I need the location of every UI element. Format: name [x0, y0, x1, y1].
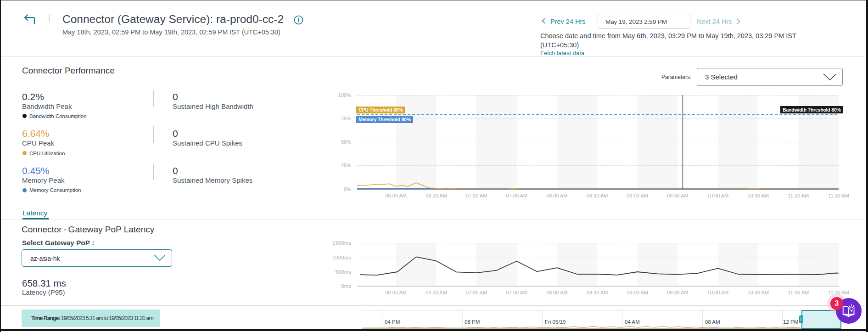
svg-text:50%: 50%	[341, 139, 351, 145]
svg-text:10:30 AM: 10:30 AM	[747, 290, 768, 295]
svg-text:10:00 AM: 10:00 AM	[707, 290, 728, 295]
svg-text:06:00 AM: 06:00 AM	[385, 290, 406, 295]
svg-text:09:30 AM: 09:30 AM	[667, 193, 688, 198]
svg-text:500ms: 500ms	[335, 269, 351, 275]
svg-text:75%: 75%	[341, 116, 351, 121]
svg-text:0%: 0%	[344, 186, 351, 192]
svg-text:11:30 AM: 11:30 AM	[828, 193, 849, 198]
svg-text:25%: 25%	[341, 163, 351, 168]
svg-text:06:30 AM: 06:30 AM	[426, 193, 447, 198]
svg-text:11:00 AM: 11:00 AM	[788, 193, 809, 198]
svg-text:08:00 AM: 08:00 AM	[546, 290, 567, 295]
svg-text:09:30 AM: 09:30 AM	[667, 290, 688, 295]
svg-text:10:30 AM: 10:30 AM	[747, 193, 768, 198]
svg-text:11:00 AM: 11:00 AM	[788, 290, 809, 295]
svg-text:07:00 AM: 07:00 AM	[466, 193, 487, 198]
svg-text:08:30 AM: 08:30 AM	[587, 193, 608, 198]
svg-text:1500ms: 1500ms	[332, 240, 351, 246]
svg-text:09:00 AM: 09:00 AM	[627, 290, 648, 295]
svg-text:07:00 AM: 07:00 AM	[466, 290, 487, 295]
svg-text:06:30 AM: 06:30 AM	[426, 290, 447, 295]
svg-text:09:00 AM: 09:00 AM	[627, 193, 648, 198]
svg-text:100%: 100%	[338, 92, 351, 98]
svg-text:10:00 AM: 10:00 AM	[707, 193, 728, 198]
svg-text:08:30 AM: 08:30 AM	[587, 290, 608, 295]
svg-text:06:00 AM: 06:00 AM	[385, 193, 406, 198]
svg-text:1000ms: 1000ms	[332, 255, 351, 260]
svg-text:0ms: 0ms	[341, 283, 351, 289]
svg-text:08:00 AM: 08:00 AM	[546, 193, 567, 198]
svg-text:07:30 AM: 07:30 AM	[506, 290, 527, 295]
svg-text:07:30 AM: 07:30 AM	[506, 193, 527, 198]
